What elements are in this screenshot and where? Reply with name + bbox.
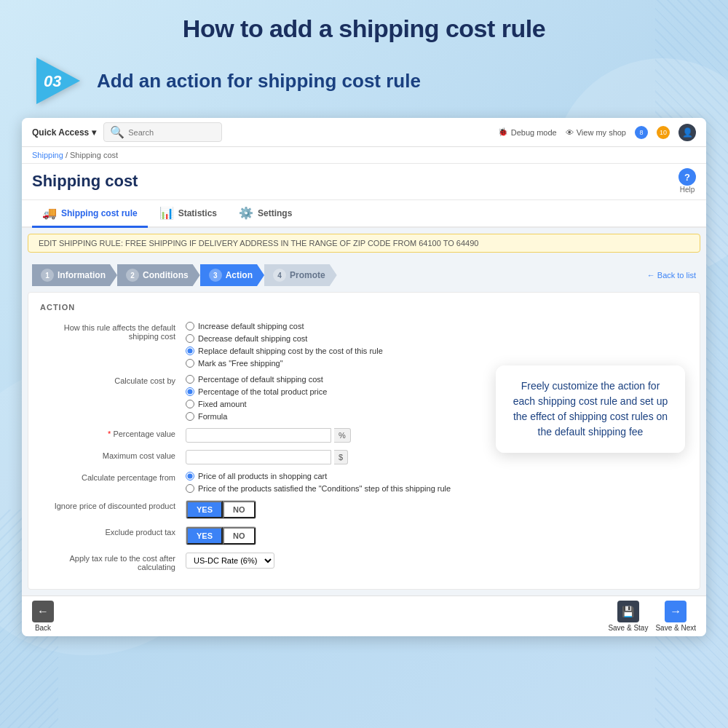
- quick-access-button[interactable]: Quick Access ▾: [32, 127, 96, 138]
- back-button[interactable]: ← Back: [32, 601, 54, 632]
- back-to-list-link[interactable]: ← Back to list: [647, 271, 696, 280]
- tab-statistics[interactable]: 📊 Statistics: [149, 200, 227, 228]
- tab-shipping-label: Shipping cost rule: [61, 208, 138, 218]
- top-bar-right: 🐞 Debug mode 👁 View my shop 8 10 👤: [498, 124, 696, 141]
- tax-rule-group: Apply tax rule to the cost after calcula…: [40, 553, 688, 571]
- breadcrumb-shipping[interactable]: Shipping: [32, 151, 63, 159]
- step2-label: Conditions: [143, 270, 189, 280]
- exclude-tax-group: Exclude product tax YES NO: [40, 526, 688, 545]
- radio-pct-default[interactable]: Percentage of default shipping cost: [186, 375, 327, 384]
- help-label: Help: [680, 186, 695, 194]
- view-shop-label: View my shop: [577, 128, 626, 137]
- step-3[interactable]: 3 Action: [200, 264, 264, 286]
- radio-free-input[interactable]: [186, 359, 194, 368]
- radio-fixed-input[interactable]: [186, 400, 194, 408]
- radio-pct-default-input[interactable]: [186, 375, 194, 384]
- quick-access-chevron: ▾: [92, 127, 96, 138]
- radio-fixed[interactable]: Fixed amount: [186, 400, 327, 408]
- save-next-button[interactable]: → Save & Next: [655, 601, 696, 632]
- cart-badge[interactable]: 10: [657, 126, 670, 139]
- percentage-label: Percentage value: [40, 428, 186, 438]
- debug-mode-label: Debug mode: [511, 128, 557, 137]
- help-button[interactable]: ?: [678, 168, 696, 186]
- step2-num: 2: [126, 269, 139, 282]
- radio-increase[interactable]: Increase default shipping cost: [186, 322, 383, 331]
- user-icon[interactable]: 👤: [678, 124, 696, 141]
- edit-banner: EDIT SHIPPING RULE: FREE SHIPPING IF DEL…: [28, 234, 700, 253]
- radio-all-products-input[interactable]: [186, 472, 194, 480]
- exclude-yes-button[interactable]: YES: [186, 527, 223, 545]
- radio-satisfied[interactable]: Price of the products satisfied the "Con…: [186, 484, 451, 493]
- tab-statistics-label: Statistics: [178, 208, 217, 218]
- page-title: Shipping cost: [32, 172, 138, 191]
- tax-rule-select[interactable]: US-DC Rate (6%): [186, 553, 274, 569]
- radio-replace[interactable]: Replace default shipping cost by the cos…: [186, 347, 383, 355]
- tax-rule-label: Apply tax rule to the cost after calcula…: [40, 553, 186, 571]
- help-container: ? Help: [678, 168, 696, 194]
- radio-satisfied-label: Price of the products satisfied the "Con…: [198, 484, 451, 493]
- notification-badge[interactable]: 8: [635, 126, 648, 139]
- radio-pct-total-label: Percentage of the total product price: [198, 387, 327, 396]
- tooltip-bubble: Freely customize the action for each shi…: [496, 365, 685, 453]
- top-bar: Quick Access ▾ 🔍 🐞 Debug mode 👁 View my …: [22, 118, 706, 147]
- save-next-label: Save & Next: [655, 624, 696, 632]
- bug-icon: 🐞: [498, 127, 508, 137]
- tooltip-text: Freely customize the action for each shi…: [513, 380, 668, 438]
- radio-increase-label: Increase default shipping cost: [198, 322, 304, 331]
- bottom-bar: ← Back 💾 Save & Stay → Save & Next: [22, 596, 706, 636]
- exclude-no-button[interactable]: NO: [223, 527, 256, 545]
- rule-effect-label: How this rule affects the default shippi…: [40, 322, 186, 341]
- truck-icon: 🚚: [42, 206, 57, 220]
- radio-decrease-label: Decrease default shipping cost: [198, 334, 307, 343]
- back-label: Back: [35, 624, 51, 632]
- calc-from-options: Price of all products in shopping cart P…: [186, 472, 451, 493]
- search-box[interactable]: 🔍: [103, 122, 222, 142]
- percentage-suffix: %: [334, 428, 351, 443]
- view-shop-button[interactable]: 👁 View my shop: [566, 128, 626, 137]
- ignore-discount-toggle[interactable]: YES NO: [186, 500, 256, 519]
- save-stay-button[interactable]: 💾 Save & Stay: [608, 601, 648, 632]
- radio-increase-input[interactable]: [186, 322, 194, 331]
- step3-num: 3: [209, 269, 222, 282]
- radio-replace-input[interactable]: [186, 347, 194, 355]
- step-1[interactable]: 1 Information: [32, 264, 117, 286]
- radio-formula-label: Formula: [198, 412, 227, 421]
- step-2[interactable]: 2 Conditions: [117, 264, 200, 286]
- percentage-input[interactable]: [186, 428, 331, 443]
- radio-all-products-label: Price of all products in shopping cart: [198, 472, 327, 480]
- step-badge: 03: [36, 58, 84, 105]
- radio-pct-total-input[interactable]: [186, 387, 194, 396]
- radio-satisfied-input[interactable]: [186, 484, 194, 493]
- ignore-discount-label: Ignore price of discounted product: [40, 500, 186, 510]
- page-title-row: Shipping cost ? Help: [22, 164, 706, 200]
- step-4[interactable]: 4 Promote: [264, 264, 337, 286]
- rule-effect-group: How this rule affects the default shippi…: [40, 322, 688, 368]
- max-cost-input[interactable]: [186, 450, 331, 464]
- radio-free[interactable]: Mark as "Free shipping": [186, 359, 383, 368]
- exclude-tax-label: Exclude product tax: [40, 526, 186, 537]
- notif-count: 8: [639, 129, 643, 136]
- ui-window: Quick Access ▾ 🔍 🐞 Debug mode 👁 View my …: [22, 118, 706, 636]
- radio-all-products[interactable]: Price of all products in shopping cart: [186, 472, 451, 480]
- save-buttons: 💾 Save & Stay → Save & Next: [608, 601, 696, 632]
- exclude-tax-toggle[interactable]: YES NO: [186, 526, 256, 545]
- tab-shipping-cost-rule[interactable]: 🚚 Shipping cost rule: [32, 200, 148, 228]
- ignore-no-button[interactable]: NO: [223, 501, 256, 518]
- radio-formula-input[interactable]: [186, 412, 194, 421]
- search-input[interactable]: [128, 128, 215, 137]
- radio-formula[interactable]: Formula: [186, 412, 327, 421]
- ignore-yes-button[interactable]: YES: [186, 501, 223, 518]
- radio-replace-label: Replace default shipping cost by the cos…: [198, 347, 383, 355]
- tab-settings[interactable]: ⚙️ Settings: [229, 200, 302, 228]
- search-icon: 🔍: [110, 125, 124, 139]
- radio-decrease[interactable]: Decrease default shipping cost: [186, 334, 383, 343]
- step4-label: Promote: [290, 270, 325, 280]
- radio-pct-total[interactable]: Percentage of the total product price: [186, 387, 327, 396]
- breadcrumb: Shipping / Shipping cost: [22, 147, 706, 164]
- radio-decrease-input[interactable]: [186, 334, 194, 343]
- next-icon: →: [665, 601, 687, 622]
- debug-mode-button[interactable]: 🐞 Debug mode: [498, 127, 557, 137]
- save-stay-label: Save & Stay: [608, 624, 648, 632]
- step-number: 03: [44, 72, 61, 91]
- save-icon: 💾: [617, 601, 639, 622]
